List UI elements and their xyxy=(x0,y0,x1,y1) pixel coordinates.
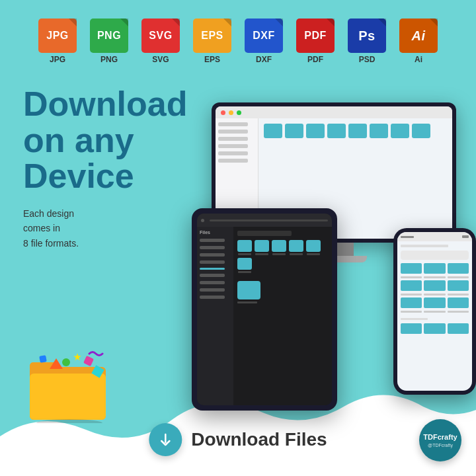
phone-folder xyxy=(424,298,445,308)
tablet-folder-item xyxy=(272,240,286,255)
brand-name: TDFcrafty xyxy=(423,433,457,442)
tablet-folder-item xyxy=(289,240,303,255)
tablet-dot xyxy=(201,219,204,222)
monitor-folder xyxy=(391,124,409,138)
tablet-folder-item xyxy=(237,258,252,273)
phone-folder-label xyxy=(424,294,445,296)
phone-folder xyxy=(424,263,445,274)
phone-search xyxy=(401,251,469,260)
file-icon-pdf: PDF PDF xyxy=(293,19,338,64)
tablet-sidebar: Files xyxy=(197,227,233,405)
svg-point-7 xyxy=(62,358,70,366)
file-icon-jpg: JPG JPG xyxy=(35,19,80,64)
png-icon: PNG xyxy=(90,19,128,53)
png-label: PNG xyxy=(100,55,118,64)
tablet-folder xyxy=(255,240,269,252)
folder-label xyxy=(238,271,251,273)
phone-battery xyxy=(462,235,469,238)
file-icon-eps: EPS EPS xyxy=(190,19,235,64)
monitor-sidebar-item xyxy=(218,151,248,155)
phone-folder xyxy=(448,280,469,291)
phone-title xyxy=(401,245,448,247)
monitor-folder xyxy=(370,124,388,138)
phone-folder xyxy=(448,323,469,334)
phone-folder-item xyxy=(448,280,469,296)
phone-folder-label xyxy=(401,276,422,278)
phone-folder xyxy=(401,298,422,308)
phone-folder xyxy=(424,323,445,334)
tablet-folder xyxy=(237,240,252,252)
monitor-folder xyxy=(285,124,303,138)
svg-marker-6 xyxy=(73,353,81,360)
phone-screen xyxy=(397,232,472,391)
tablet-folder xyxy=(237,258,252,270)
monitor-sidebar-item xyxy=(218,130,248,134)
phone-folder-item xyxy=(424,298,445,313)
download-arrow-button[interactable] xyxy=(149,423,182,456)
file-formats-row: JPG JPG PNG PNG SVG SVG EPS EPS DXF DXF … xyxy=(0,0,476,76)
phone-folder-item xyxy=(424,263,445,278)
tablet-files-label: Files xyxy=(200,230,231,235)
tablet-sidebar-item xyxy=(200,246,225,249)
phone-folders-grid xyxy=(401,263,469,313)
phone-folder-label xyxy=(424,311,445,313)
monitor-sidebar-item xyxy=(218,159,248,163)
heading-section: Download on any Device Each designcomes … xyxy=(23,86,187,251)
svg-rect-9 xyxy=(39,355,47,363)
file-icon-png: PNG PNG xyxy=(87,19,132,64)
phone-folder-item xyxy=(401,298,422,313)
svg-label: SVG xyxy=(152,55,169,64)
tablet-folders-row xyxy=(237,240,328,273)
psd-icon: Ps xyxy=(348,19,386,53)
eps-icon: EPS xyxy=(193,19,231,53)
pdf-icon: PDF xyxy=(296,19,335,53)
phone-folder xyxy=(401,323,422,334)
phone-folder-label xyxy=(401,294,422,296)
phone-folder-label xyxy=(401,311,422,313)
heading-title: Download on any Device xyxy=(23,86,187,194)
folder-label-big xyxy=(237,301,257,303)
monitor-folder xyxy=(412,124,430,138)
phone-folders-row2 xyxy=(401,323,469,334)
jpg-label: JPG xyxy=(50,55,65,64)
folder-label xyxy=(307,253,320,255)
phone-folder-label xyxy=(448,276,469,278)
tablet-sidebar-item xyxy=(200,274,225,277)
psd-label: PSD xyxy=(359,55,376,64)
tablet-sidebar-item xyxy=(200,253,225,257)
monitor-folders xyxy=(264,124,447,138)
ai-label: Ai xyxy=(415,55,422,64)
phone-content xyxy=(397,241,472,337)
monitor-folder xyxy=(306,124,325,138)
main-container: JPG JPG PNG PNG SVG SVG EPS EPS DXF DXF … xyxy=(0,0,476,476)
tablet-device: Files xyxy=(192,208,337,411)
svg-icon: SVG xyxy=(141,19,180,53)
dxf-label: DXF xyxy=(256,55,272,64)
folder-3d-illustration xyxy=(26,350,112,423)
tablet-sidebar-item-active xyxy=(200,268,225,270)
tablet-breadcrumb xyxy=(237,231,292,236)
phone-divider xyxy=(401,318,428,320)
phone-folder xyxy=(448,263,469,274)
phone-folder-label xyxy=(448,311,469,313)
tablet-sidebar-item xyxy=(200,296,225,299)
svg-rect-2 xyxy=(30,374,106,420)
folder-label xyxy=(255,253,268,255)
phone-folder xyxy=(424,280,445,291)
phone-folder-item xyxy=(448,263,469,278)
tablet-folder xyxy=(289,240,303,252)
monitor-folder xyxy=(327,124,346,138)
monitor-dot-red xyxy=(221,110,225,115)
monitor-folder xyxy=(264,124,282,138)
svg-rect-5 xyxy=(83,356,94,366)
tablet-sidebar-item xyxy=(200,239,225,242)
phone-statusbar xyxy=(397,232,472,241)
monitor-sidebar-item xyxy=(218,137,248,141)
tablet-screen: Files xyxy=(197,214,332,405)
tablet-folder-item xyxy=(255,240,269,255)
monitor-dot-green xyxy=(237,110,241,115)
jpg-icon: JPG xyxy=(38,19,77,53)
tablet-main xyxy=(233,227,332,405)
folder-label xyxy=(272,253,286,255)
phone-folder-item xyxy=(448,298,469,313)
